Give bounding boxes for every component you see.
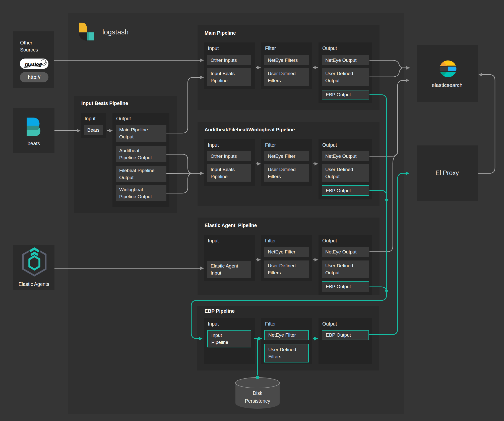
svg-text:Persistency: Persistency (245, 398, 270, 404)
svg-text:rsyslog: rsyslog (25, 62, 42, 67)
svg-text:Disk: Disk (253, 390, 262, 396)
